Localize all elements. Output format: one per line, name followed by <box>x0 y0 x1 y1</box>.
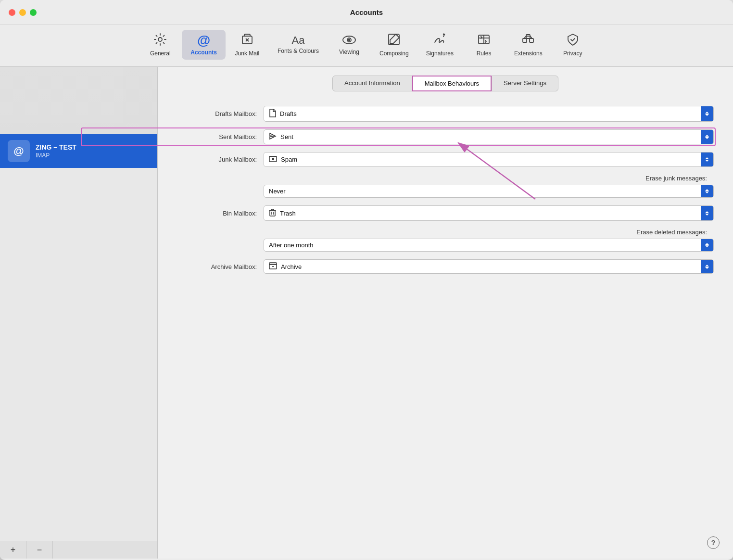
junk-mail-label: Junk Mail <box>235 50 260 57</box>
erase-junk-stepper-down[interactable] <box>705 191 709 193</box>
erase-junk-stepper[interactable] <box>701 185 713 197</box>
toolbar-item-viewing[interactable]: Viewing <box>328 30 371 59</box>
junk-stepper-up[interactable] <box>705 157 709 159</box>
tab-server-settings[interactable]: Server Settings <box>492 76 558 91</box>
tab-account-information[interactable]: Account Information <box>332 76 412 91</box>
privacy-icon <box>567 33 579 48</box>
privacy-label: Privacy <box>563 50 582 57</box>
archive-mailbox-label: Archive Mailbox: <box>177 263 264 270</box>
title-bar: Accounts <box>0 0 733 25</box>
erase-junk-row: Never <box>177 187 714 198</box>
drafts-mailbox-row: Drafts Mailbox: Drafts <box>177 106 714 122</box>
toolbar-item-general[interactable]: General <box>139 29 182 61</box>
general-icon <box>153 33 167 48</box>
erase-junk-value: Never <box>269 188 286 195</box>
junk-mail-icon <box>240 33 254 48</box>
junk-stepper-down[interactable] <box>705 160 709 162</box>
svg-rect-9 <box>523 38 527 42</box>
erase-deleted-section-label: Erase deleted messages: <box>177 229 714 236</box>
sent-stepper-up[interactable] <box>705 135 709 137</box>
account-icon-zing: @ <box>8 140 30 162</box>
rules-label: Rules <box>477 50 492 57</box>
remove-account-button[interactable]: − <box>26 541 53 559</box>
toolbar-item-extensions[interactable]: Extensions <box>506 29 551 61</box>
archive-mailbox-control[interactable]: Archive <box>264 259 714 274</box>
junk-icon <box>269 155 277 164</box>
accounts-icon: @ <box>197 34 210 47</box>
toolbar-item-signatures[interactable]: Signatures <box>417 29 462 61</box>
sidebar-empty-area <box>0 168 157 541</box>
account-type-zing: IMAP <box>36 152 76 159</box>
svg-point-6 <box>348 39 350 41</box>
viewing-icon <box>342 34 356 47</box>
erase-deleted-row: After one month <box>177 241 714 252</box>
erase-deleted-stepper-down[interactable] <box>705 245 709 247</box>
bin-mailbox-value: Trash <box>280 210 296 217</box>
bin-stepper[interactable] <box>701 206 713 220</box>
toolbar-item-accounts[interactable]: @ Accounts <box>182 30 226 60</box>
toolbar-item-privacy[interactable]: Privacy <box>551 29 594 61</box>
sent-icon <box>269 132 277 141</box>
sent-mailbox-control[interactable]: Sent <box>264 129 714 144</box>
bin-icon <box>269 208 276 218</box>
sent-mailbox-label: Sent Mailbox: <box>177 133 264 140</box>
drafts-stepper-up[interactable] <box>705 112 709 114</box>
right-panel: Account Information Mailbox Behaviours S… <box>158 67 733 559</box>
accounts-label: Accounts <box>190 49 217 56</box>
help-button[interactable]: ? <box>707 536 720 549</box>
erase-junk-section-label: Erase junk messages: <box>177 175 714 182</box>
svg-point-0 <box>158 38 162 41</box>
tab-mailbox-behaviours[interactable]: Mailbox Behaviours <box>412 76 492 91</box>
toolbar-item-composing[interactable]: Composing <box>371 29 417 61</box>
toolbar-item-rules[interactable]: Rules <box>462 29 506 61</box>
drafts-stepper[interactable] <box>701 106 713 121</box>
archive-stepper[interactable] <box>701 260 713 273</box>
sent-stepper-down[interactable] <box>705 137 709 139</box>
content-area: Drafts Mailbox: Drafts <box>158 91 733 559</box>
bin-stepper-down[interactable] <box>705 214 709 216</box>
archive-stepper-down[interactable] <box>705 267 709 269</box>
junk-mailbox-control[interactable]: Spam <box>264 152 714 167</box>
account-info-zing: ZING – TEST IMAP <box>36 143 76 159</box>
bin-stepper-up[interactable] <box>705 211 709 213</box>
erase-deleted-stepper[interactable] <box>701 239 713 251</box>
add-account-button[interactable]: + <box>0 541 26 559</box>
archive-mailbox-value: Archive <box>281 263 302 270</box>
composing-icon <box>387 33 401 48</box>
minimize-button[interactable] <box>19 9 26 16</box>
account-name-zing: ZING – TEST <box>36 143 76 151</box>
drafts-mailbox-label: Drafts Mailbox: <box>177 110 264 117</box>
svg-rect-20 <box>269 263 277 265</box>
svg-rect-16 <box>270 210 275 216</box>
erase-deleted-stepper-up[interactable] <box>705 243 709 245</box>
toolbar-item-fonts-colours[interactable]: Aa Fonts & Colours <box>269 31 328 58</box>
sent-mailbox-value: Sent <box>280 133 293 140</box>
erase-deleted-value: After one month <box>269 242 314 249</box>
drafts-icon <box>269 109 276 119</box>
sent-stepper[interactable] <box>701 130 713 144</box>
signatures-label: Signatures <box>426 50 454 57</box>
toolbar-item-junk-mail[interactable]: Junk Mail <box>226 29 269 61</box>
drafts-mailbox-value: Drafts <box>280 110 297 117</box>
erase-junk-control[interactable]: Never <box>264 185 714 198</box>
main-content: @ ZING – TEST IMAP + − Account Info <box>0 67 733 559</box>
archive-mailbox-row: Archive Mailbox: Archive <box>177 259 714 274</box>
bin-mailbox-row: Bin Mailbox: Trash <box>177 205 714 221</box>
erase-deleted-control[interactable]: After one month <box>264 239 714 252</box>
junk-mailbox-value: Spam <box>281 156 297 163</box>
maximize-button[interactable] <box>30 9 37 16</box>
bin-mailbox-control[interactable]: Trash <box>264 205 714 221</box>
drafts-stepper-down[interactable] <box>705 114 709 116</box>
erase-junk-stepper-up[interactable] <box>705 189 709 191</box>
junk-stepper[interactable] <box>701 153 713 166</box>
svg-rect-11 <box>526 35 530 38</box>
archive-stepper-up[interactable] <box>705 265 709 267</box>
sidebar-item-zing-test[interactable]: @ ZING – TEST IMAP <box>0 134 157 168</box>
close-button[interactable] <box>9 9 15 16</box>
sent-mailbox-row: Sent Mailbox: Sent <box>177 129 714 144</box>
viewing-label: Viewing <box>339 49 359 55</box>
sidebar-faded-account <box>0 67 157 134</box>
drafts-mailbox-control[interactable]: Drafts <box>264 106 714 122</box>
toolbar: General @ Accounts Junk Mail Aa Fonts & … <box>0 25 733 67</box>
window-controls <box>9 9 37 16</box>
